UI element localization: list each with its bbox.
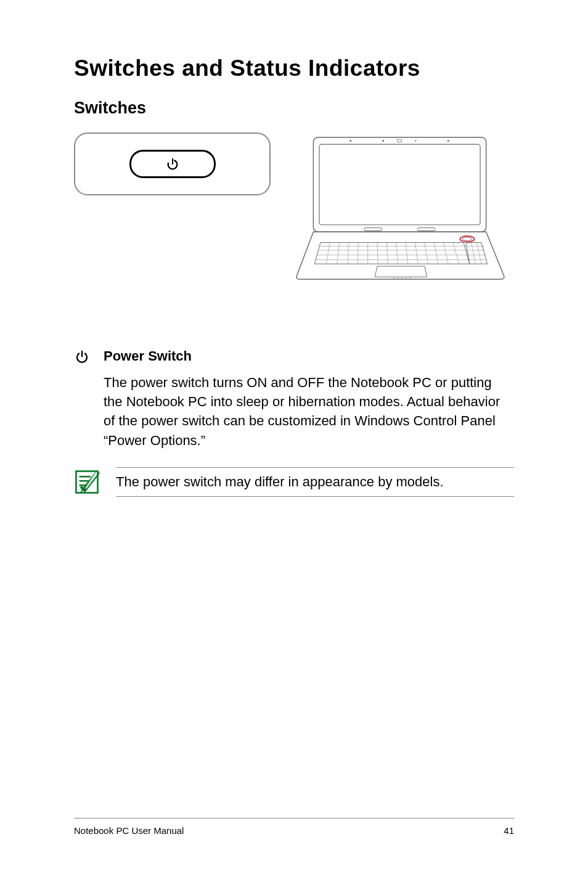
note-icon xyxy=(74,469,100,495)
svg-line-26 xyxy=(415,243,419,264)
svg-point-40 xyxy=(406,277,407,279)
power-switch-description: The power switch turns ON and OFF the No… xyxy=(104,373,508,450)
svg-line-22 xyxy=(377,243,378,264)
page-number: 41 xyxy=(504,825,514,836)
footer-left: Notebook PC User Manual xyxy=(74,825,184,836)
footer-divider xyxy=(74,818,514,819)
svg-point-8 xyxy=(447,140,449,142)
svg-rect-3 xyxy=(319,144,480,225)
svg-line-24 xyxy=(396,243,398,264)
svg-point-39 xyxy=(402,277,403,279)
svg-line-20 xyxy=(357,243,358,264)
switch-diagram-inner xyxy=(129,150,216,178)
svg-rect-6 xyxy=(398,140,402,142)
svg-line-27 xyxy=(425,243,428,264)
power-icon xyxy=(74,348,90,364)
section-heading-switches: Switches xyxy=(74,99,514,118)
diagram-row xyxy=(74,133,514,280)
switch-diagram-outer xyxy=(74,133,271,195)
svg-line-18 xyxy=(337,243,340,264)
svg-line-19 xyxy=(348,243,349,264)
svg-line-36 xyxy=(476,243,481,264)
power-icon xyxy=(166,157,179,171)
svg-point-41 xyxy=(410,277,411,279)
svg-rect-9 xyxy=(364,228,382,231)
laptop-diagram xyxy=(288,133,514,280)
svg-point-38 xyxy=(398,277,399,279)
svg-point-7 xyxy=(415,140,416,141)
svg-point-4 xyxy=(349,140,351,142)
power-switch-title: Power Switch xyxy=(104,348,192,364)
note-text: The power switch may differ in appearanc… xyxy=(116,467,514,497)
svg-rect-10 xyxy=(417,228,435,231)
svg-point-12 xyxy=(462,237,472,241)
svg-rect-2 xyxy=(313,137,486,232)
svg-line-23 xyxy=(386,243,388,264)
svg-point-37 xyxy=(393,277,394,279)
svg-line-28 xyxy=(434,243,438,264)
svg-line-30 xyxy=(453,243,459,264)
svg-line-17 xyxy=(327,243,330,264)
note-row: The power switch may differ in appearanc… xyxy=(74,467,514,497)
svg-line-25 xyxy=(406,243,408,264)
svg-line-29 xyxy=(444,243,449,264)
power-switch-subsection: Power Switch xyxy=(74,348,514,364)
svg-point-5 xyxy=(382,140,384,142)
page-title: Switches and Status Indicators xyxy=(74,55,514,81)
svg-line-35 xyxy=(472,243,476,264)
